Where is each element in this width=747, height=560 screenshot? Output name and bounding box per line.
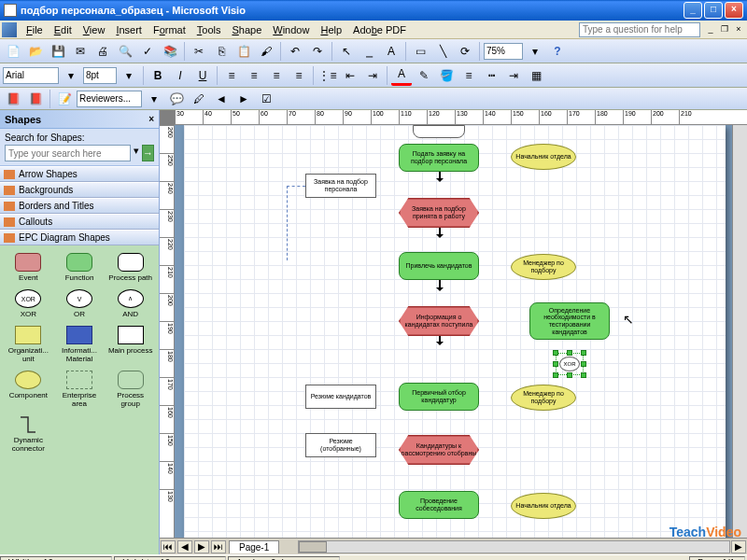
shape-doc-partial[interactable] bbox=[413, 125, 465, 138]
fill-color-button[interactable]: 🪣 bbox=[436, 65, 457, 86]
paste-button[interactable]: 📋 bbox=[233, 41, 254, 62]
tab-next-button[interactable]: ▶ bbox=[194, 540, 209, 553]
next-button[interactable]: ► bbox=[233, 89, 254, 109]
preview-button[interactable]: 🔍 bbox=[115, 41, 135, 62]
menu-file[interactable]: File bbox=[21, 22, 49, 37]
new-button[interactable]: 📄 bbox=[3, 41, 23, 62]
menu-format[interactable]: Format bbox=[148, 22, 191, 37]
shapes-panel-close-icon[interactable]: × bbox=[148, 114, 154, 124]
pointer-tool-button[interactable]: ↖ bbox=[336, 41, 357, 62]
research-button[interactable]: 📚 bbox=[160, 41, 180, 62]
prev-button[interactable]: ◄ bbox=[211, 89, 232, 109]
font-select[interactable] bbox=[3, 67, 59, 84]
mdi-close-button[interactable]: × bbox=[732, 23, 745, 36]
mdi-minimize-button[interactable]: _ bbox=[704, 23, 717, 36]
tab-first-button[interactable]: ⏮ bbox=[161, 540, 176, 553]
line-color-button[interactable]: ✎ bbox=[414, 65, 434, 86]
stencil-arrow-shapes[interactable]: Arrow Shapes bbox=[0, 166, 159, 182]
master-xor[interactable]: XORXOR bbox=[4, 287, 53, 320]
align-justify-button[interactable]: ≡ bbox=[289, 65, 309, 86]
close-button[interactable]: × bbox=[725, 2, 743, 19]
shapes-panel-header[interactable]: Shapes × bbox=[0, 110, 159, 129]
zoom-input[interactable] bbox=[484, 43, 523, 60]
print-button[interactable]: 🖨 bbox=[92, 41, 113, 62]
rotate-tool-button[interactable]: ⟳ bbox=[455, 41, 475, 62]
shape-function[interactable]: Определение необходимости в тестировании… bbox=[529, 302, 610, 340]
page-tab[interactable]: Page-1 bbox=[229, 540, 279, 553]
connector-dashed[interactable] bbox=[287, 186, 305, 260]
drawing-canvas[interactable]: Подать заявку на подбор персонала Началь… bbox=[175, 125, 732, 538]
shape-search-input[interactable] bbox=[5, 145, 131, 161]
save-button[interactable]: 💾 bbox=[48, 41, 68, 62]
reviewers-select[interactable] bbox=[77, 91, 142, 107]
shape-org-unit[interactable]: Менеджер по подбору bbox=[511, 385, 576, 411]
shape-function[interactable]: Подать заявку на подбор персонала bbox=[399, 144, 479, 172]
zoom-dropdown-button[interactable]: ▾ bbox=[525, 41, 545, 62]
pdf-button[interactable]: 📕 bbox=[3, 89, 23, 109]
master-component[interactable]: Component bbox=[4, 369, 53, 410]
markup-button[interactable]: 📝 bbox=[54, 89, 75, 109]
master-event[interactable]: Event bbox=[4, 251, 53, 284]
scrollbar-thumb[interactable] bbox=[299, 541, 327, 553]
indent-dec-button[interactable]: ⇤ bbox=[340, 65, 360, 86]
search-go-button[interactable]: → bbox=[142, 145, 154, 161]
shape-org-unit[interactable]: Начальник отдела bbox=[511, 493, 576, 519]
underline-button[interactable]: U bbox=[192, 65, 213, 86]
rectangle-tool-button[interactable]: ▭ bbox=[410, 41, 430, 62]
format-painter-button[interactable]: 🖌 bbox=[256, 41, 276, 62]
shape-org-unit[interactable]: Менеджер по подбору bbox=[511, 254, 576, 280]
tab-last-button[interactable]: ⏭ bbox=[211, 540, 226, 553]
master-main-process[interactable]: Main process bbox=[106, 324, 155, 365]
stencil-backgrounds[interactable]: Backgrounds bbox=[0, 182, 159, 198]
menu-insert[interactable]: Insert bbox=[110, 22, 148, 37]
shape-function[interactable]: Первичный отбор кандидатур bbox=[399, 383, 479, 411]
pdf2-button[interactable]: 📕 bbox=[25, 89, 46, 109]
master-enterprise-area[interactable]: Enterprise area bbox=[55, 369, 105, 410]
shape-xor-selected[interactable]: XOR bbox=[559, 357, 580, 371]
comment-button[interactable]: 💬 bbox=[166, 89, 187, 109]
vertical-scrollbar[interactable] bbox=[732, 125, 747, 538]
cut-button[interactable]: ✂ bbox=[189, 41, 209, 62]
menu-shape[interactable]: Shape bbox=[226, 22, 267, 37]
mail-button[interactable]: ✉ bbox=[70, 41, 91, 62]
open-button[interactable]: 📂 bbox=[25, 41, 46, 62]
bold-button[interactable]: B bbox=[148, 65, 168, 86]
shape-document[interactable]: Резюме (отобранные) bbox=[305, 433, 376, 457]
align-right-button[interactable]: ≡ bbox=[266, 65, 287, 86]
track-button[interactable]: ☑ bbox=[256, 89, 276, 109]
font-dropdown-button[interactable]: ▾ bbox=[61, 65, 81, 86]
shape-function[interactable]: Проведение собеседования bbox=[399, 491, 479, 519]
shape-document[interactable]: Заявка на подбор персонала bbox=[305, 174, 376, 198]
reviewers-dropdown-button[interactable]: ▾ bbox=[144, 89, 164, 109]
horizontal-ruler[interactable]: 3040506070809010011012013014015016017018… bbox=[175, 110, 747, 125]
line-tool-button[interactable]: ╲ bbox=[432, 41, 453, 62]
menu-edit[interactable]: Edit bbox=[49, 22, 78, 37]
stencil-callouts[interactable]: Callouts bbox=[0, 214, 159, 230]
visio-icon[interactable] bbox=[2, 22, 17, 37]
master-and[interactable]: ∧AND bbox=[106, 287, 155, 320]
menu-adobepdf[interactable]: Adobe PDF bbox=[347, 22, 412, 37]
master-process-path[interactable]: Process path bbox=[106, 251, 155, 284]
scroll-right-button[interactable]: ▶ bbox=[731, 540, 746, 553]
bullets-button[interactable]: ⋮≡ bbox=[317, 65, 338, 86]
master-or[interactable]: VOR bbox=[55, 287, 105, 320]
copy-button[interactable]: ⎘ bbox=[211, 41, 232, 62]
minimize-button[interactable]: _ bbox=[684, 2, 702, 19]
text-tool-button[interactable]: A bbox=[381, 41, 402, 62]
line-pattern-button[interactable]: ┅ bbox=[481, 65, 501, 86]
help-button[interactable]: ? bbox=[547, 41, 568, 62]
master-function[interactable]: Function bbox=[55, 251, 105, 284]
master-dynamic-connector[interactable]: Dynamic connector bbox=[4, 413, 53, 455]
align-left-button[interactable]: ≡ bbox=[221, 65, 242, 86]
menu-help[interactable]: Help bbox=[315, 22, 347, 37]
fontsize-select[interactable] bbox=[83, 67, 117, 84]
line-ends-button[interactable]: ⇥ bbox=[503, 65, 524, 86]
italic-button[interactable]: I bbox=[170, 65, 190, 86]
menu-tools[interactable]: Tools bbox=[191, 22, 227, 37]
indent-inc-button[interactable]: ⇥ bbox=[362, 65, 383, 86]
stencil-epc[interactable]: EPC Diagram Shapes bbox=[0, 230, 159, 245]
master-process-group[interactable]: Process group bbox=[106, 369, 155, 410]
shape-org-unit[interactable]: Начальник отдела bbox=[511, 144, 576, 170]
master-info-material[interactable]: Informati... Material bbox=[55, 324, 105, 365]
drawing-page[interactable]: Подать заявку на подбор персонала Началь… bbox=[184, 125, 726, 538]
